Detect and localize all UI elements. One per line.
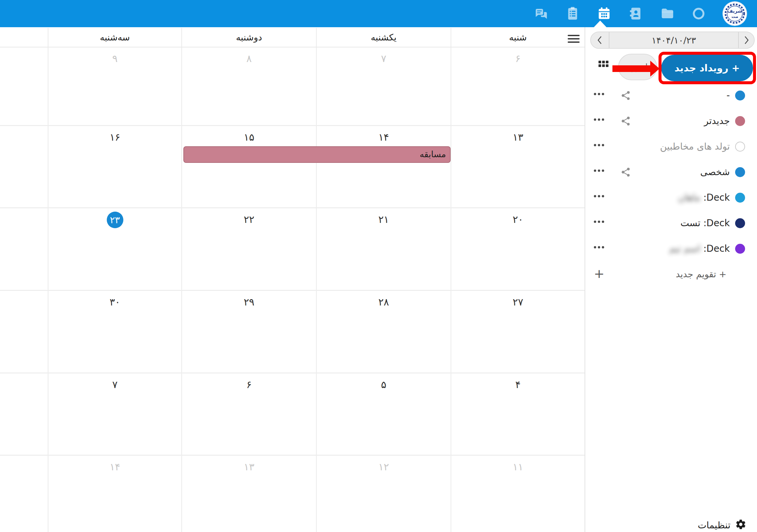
day-cell[interactable]: ۴ — [451, 373, 585, 455]
weekday-header-row: شنبه یکشنبه دوشنبه سه‌شنبه — [0, 28, 585, 47]
more-options-icon[interactable] — [594, 118, 604, 121]
more-options-icon[interactable] — [594, 221, 604, 223]
day-cell[interactable]: ۲۱ — [316, 208, 451, 290]
highlight-box — [659, 52, 756, 84]
settings-button[interactable]: تنظیمات — [585, 514, 757, 532]
calendar-app-window: شریف مت شنبه یکشنبه دوشنبه سه‌شنبه ۶ ۷ ۸… — [0, 0, 757, 532]
talk-icon[interactable] — [534, 6, 549, 21]
view-grid-icon[interactable] — [599, 61, 608, 67]
contacts-icon[interactable] — [628, 6, 643, 21]
calendar-color-dot[interactable] — [735, 167, 745, 177]
day-cell-partial[interactable] — [0, 456, 48, 532]
day-cell[interactable]: ۱۴ — [48, 456, 181, 532]
top-navigation-bar: شریف مت — [0, 0, 757, 27]
day-cell[interactable]: ۲۸ — [316, 291, 451, 372]
plus-icon: + — [594, 267, 604, 280]
day-cell[interactable]: ۱۱ — [451, 456, 585, 532]
day-cell-partial[interactable] — [0, 126, 48, 207]
more-options-icon[interactable] — [594, 169, 604, 172]
day-cell[interactable]: ۱۳ — [181, 456, 316, 532]
calendar-list-item[interactable]: جدیدتر — [585, 108, 757, 134]
highlight-arrow — [612, 65, 650, 72]
week-row: ۴ ۵ ۶ ۷ — [0, 373, 585, 456]
weekday-monday: دوشنبه — [181, 28, 316, 47]
calendar-list-item[interactable]: - — [585, 83, 757, 108]
highlight-arrow-head — [650, 61, 660, 77]
more-options-icon[interactable] — [594, 195, 604, 197]
day-cell[interactable]: ۲۷ — [451, 291, 585, 372]
day-cell[interactable]: ۲۹ — [181, 291, 316, 372]
share-icon[interactable] — [620, 116, 631, 126]
day-cell-partial[interactable] — [0, 373, 48, 455]
calendar-sidebar: ۱۴۰۴/۱۰/۲۳ امروز + رویداد جدید - — [585, 27, 757, 532]
day-cell[interactable]: ۸ — [181, 47, 316, 125]
day-cell-partial[interactable] — [0, 291, 48, 372]
current-date-label[interactable]: ۱۴۰۴/۱۰/۲۳ — [609, 32, 738, 48]
day-cell[interactable]: ۷ — [48, 373, 181, 455]
day-cell-partial[interactable] — [0, 208, 48, 290]
event-bar[interactable]: مسابقه — [183, 146, 451, 163]
redacted-text: اسم تیم — [669, 243, 701, 254]
calendar-list-item[interactable]: تولد های مخاطبین — [585, 134, 757, 159]
week-row: ۱۱ ۱۲ ۱۳ ۱۴ — [0, 456, 585, 532]
avatar-text-2: مت — [731, 14, 738, 19]
more-options-icon[interactable] — [594, 93, 604, 95]
user-avatar[interactable]: شریف مت — [723, 1, 747, 26]
share-icon[interactable] — [620, 90, 631, 101]
weekday-saturday: شنبه — [451, 28, 585, 47]
menu-icon[interactable] — [568, 35, 580, 43]
day-cell[interactable]: ۹ — [48, 47, 181, 125]
week-row: ۶ ۷ ۸ ۹ — [0, 47, 585, 126]
day-cell-partial[interactable] — [0, 47, 48, 125]
circle-icon[interactable] — [691, 6, 706, 21]
day-cell[interactable]: ۲۰ — [451, 208, 585, 290]
weekday-tuesday: سه‌شنبه — [48, 28, 181, 47]
calendar-color-dot[interactable] — [735, 218, 745, 228]
day-cell[interactable]: ۵ — [316, 373, 451, 455]
day-cell[interactable]: ۶ — [451, 47, 585, 125]
day-cell[interactable]: ۱۴ — [316, 126, 451, 207]
chevron-left-icon[interactable] — [591, 32, 609, 48]
chevron-right-icon[interactable] — [739, 32, 754, 48]
month-grid: ۶ ۷ ۸ ۹ ۱۳ ۱۴ ۱۵ ۱۶ مسابقه ۲۰ ۲۱ ۲۲ ۲۳ ۲… — [0, 47, 585, 532]
calendar-color-dot[interactable] — [735, 244, 745, 254]
day-cell[interactable]: ۱۲ — [316, 456, 451, 532]
share-icon[interactable] — [620, 167, 631, 177]
day-cell[interactable]: ۶ — [181, 373, 316, 455]
day-cell[interactable]: ۱۶ — [48, 126, 181, 207]
tasks-icon[interactable] — [565, 6, 580, 21]
today-badge: ۲۳ — [107, 212, 123, 228]
app-launcher: شریف مت — [534, 0, 747, 27]
more-options-icon[interactable] — [594, 144, 604, 146]
calendar-color-dot[interactable] — [735, 193, 745, 203]
day-cell[interactable]: ۱۳ — [451, 126, 585, 207]
week-row: ۲۰ ۲۱ ۲۲ ۲۳ — [0, 208, 585, 291]
weekday-partial — [0, 28, 48, 47]
day-cell[interactable]: ۱۵ — [181, 126, 316, 207]
files-icon[interactable] — [660, 6, 675, 21]
day-cell-today[interactable]: ۲۳ — [48, 208, 181, 290]
calendar-list-item[interactable]: شخصی — [585, 159, 757, 185]
active-app-caret — [594, 21, 606, 27]
calendar-color-dot[interactable] — [735, 116, 745, 126]
calendar-color-dot[interactable] — [735, 91, 745, 100]
calendar-list: - جدیدتر تولد های مخاطبین — [585, 83, 757, 287]
redacted-text: ماهان — [678, 192, 700, 203]
day-cell[interactable]: ۷ — [316, 47, 451, 125]
date-navigation[interactable]: ۱۴۰۴/۱۰/۲۳ — [590, 32, 755, 49]
calendar-list-item[interactable]: Deck: تست — [585, 210, 757, 236]
new-calendar-button[interactable]: + تقویم جدید + — [585, 261, 757, 287]
week-row: ۲۷ ۲۸ ۲۹ ۳۰ — [0, 291, 585, 373]
week-row: ۱۳ ۱۴ ۱۵ ۱۶ مسابقه — [0, 126, 585, 208]
weekday-sunday: یکشنبه — [316, 28, 451, 47]
calendar-color-dot[interactable] — [735, 142, 745, 152]
avatar-text-1: شریف — [727, 8, 742, 14]
calendar-icon-active[interactable] — [597, 6, 612, 21]
gear-icon — [735, 519, 746, 531]
day-cell[interactable]: ۳۰ — [48, 291, 181, 372]
calendar-list-item[interactable]: Deck: اسم تیم — [585, 236, 757, 261]
day-cell[interactable]: ۲۲ — [181, 208, 316, 290]
more-options-icon[interactable] — [594, 246, 604, 248]
calendar-list-item[interactable]: Deck: ماهان — [585, 185, 757, 210]
